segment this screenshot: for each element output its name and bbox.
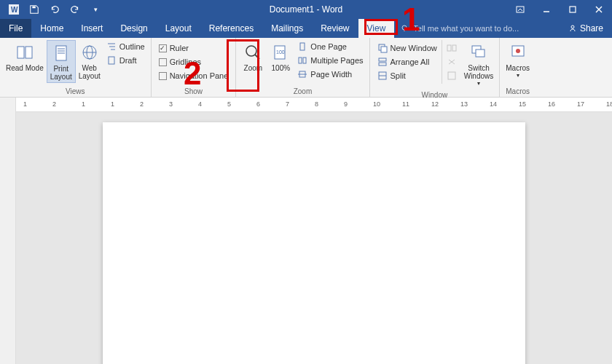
tell-me-search[interactable]: Tell me what you want to do... xyxy=(394,19,560,38)
ruler-tick: 6 xyxy=(256,100,260,108)
ruler-tick: 9 xyxy=(344,100,348,108)
share-label: Share xyxy=(580,23,603,33)
ruler-tick: 13 xyxy=(460,100,468,108)
minimize-button[interactable] xyxy=(533,0,560,19)
ribbon-display-options-icon[interactable] xyxy=(507,0,533,19)
ruler-tick: 15 xyxy=(519,100,526,108)
svg-rect-12 xyxy=(26,47,32,58)
zoom-100-button[interactable]: 100 100% xyxy=(267,40,294,74)
checkbox-icon xyxy=(159,58,167,66)
reset-position-icon xyxy=(447,71,457,81)
arrange-all-icon xyxy=(377,57,388,67)
word-app-icon[interactable]: W xyxy=(6,1,22,17)
svg-rect-39 xyxy=(447,45,451,51)
undo-icon[interactable] xyxy=(47,1,63,17)
sync-scroll-button[interactable] xyxy=(447,55,457,68)
share-button[interactable]: Share xyxy=(560,19,612,38)
macros-icon xyxy=(507,41,529,63)
svg-rect-43 xyxy=(476,50,484,57)
hruler: 12112345678910111213141516171819 xyxy=(16,98,612,112)
one-page-button[interactable]: One Page xyxy=(297,40,363,53)
group-views-label: Views xyxy=(0,87,151,97)
sync-scroll-icon xyxy=(447,57,457,67)
split-icon xyxy=(377,71,388,81)
tab-design[interactable]: Design xyxy=(111,19,156,38)
title-bar: W ▾ Document1 - Word xyxy=(0,0,612,19)
maximize-button[interactable] xyxy=(560,0,586,19)
tab-view[interactable]: View xyxy=(358,19,395,38)
svg-line-25 xyxy=(255,55,259,59)
horizontal-ruler[interactable]: 12112345678910111213141516171819 xyxy=(0,98,612,112)
print-layout-icon xyxy=(50,42,72,64)
gridlines-checkbox[interactable]: Gridlines xyxy=(159,55,229,68)
ruler-tick: 12 xyxy=(431,100,439,108)
vertical-ruler[interactable] xyxy=(0,112,16,364)
tab-review[interactable]: Review xyxy=(312,19,358,38)
ruler-tick: 1 xyxy=(23,100,27,108)
svg-rect-3 xyxy=(517,7,524,12)
print-layout-button[interactable]: Print Layout xyxy=(47,40,76,83)
document-area xyxy=(0,112,612,364)
page-width-icon xyxy=(297,69,307,79)
reset-position-button[interactable] xyxy=(447,69,457,82)
navigation-pane-checkbox[interactable]: Navigation Pane xyxy=(159,69,229,82)
zoom-button[interactable]: Zoom xyxy=(239,40,267,74)
save-icon[interactable] xyxy=(26,1,42,17)
draft-button[interactable]: Draft xyxy=(106,54,145,67)
tab-mailings[interactable]: Mailings xyxy=(262,19,312,38)
qat-customize-icon[interactable]: ▾ xyxy=(87,1,103,17)
tell-me-placeholder: Tell me what you want to do... xyxy=(413,24,519,33)
svg-rect-11 xyxy=(17,47,24,58)
svg-rect-29 xyxy=(299,58,302,63)
svg-text:100: 100 xyxy=(276,50,285,55)
document-page[interactable] xyxy=(103,122,525,364)
ruler-tick: 11 xyxy=(402,100,409,108)
ruler-tick: 2 xyxy=(140,100,144,108)
redo-icon[interactable] xyxy=(67,1,83,17)
arrange-all-button[interactable]: Arrange All xyxy=(377,55,437,68)
tab-home[interactable]: Home xyxy=(31,19,72,38)
split-button[interactable]: Split xyxy=(377,69,437,82)
macros-button[interactable]: Macros ▾ xyxy=(503,40,533,80)
group-views: Read Mode Print Layout Web Layout Outlin… xyxy=(0,38,152,97)
window-controls xyxy=(507,0,612,19)
switch-windows-button[interactable]: Switch Windows ▾ xyxy=(461,40,497,88)
page-width-button[interactable]: Page Width xyxy=(297,68,363,81)
zoom-icon xyxy=(242,41,264,63)
svg-rect-34 xyxy=(381,47,387,52)
group-macros: Macros ▾ Macros xyxy=(500,38,536,97)
ruler-tick: 3 xyxy=(169,100,173,108)
quick-access-toolbar: W ▾ xyxy=(0,1,109,17)
group-window: New Window Arrange All Split xyxy=(370,38,501,97)
multiple-pages-button[interactable]: Multiple Pages xyxy=(297,54,363,67)
page-surface[interactable] xyxy=(16,112,612,364)
svg-point-10 xyxy=(571,25,574,28)
new-window-icon xyxy=(377,43,388,53)
window-title: Document1 - Word xyxy=(270,4,342,15)
tab-layout[interactable]: Layout xyxy=(157,19,200,38)
ribbon: Read Mode Print Layout Web Layout Outlin… xyxy=(0,38,612,98)
ruler-tick: 16 xyxy=(548,100,555,108)
ruler-tick: 4 xyxy=(198,100,202,108)
ruler-tick: 5 xyxy=(227,100,231,108)
close-button[interactable] xyxy=(586,0,612,19)
web-layout-button[interactable]: Web Layout xyxy=(76,40,103,82)
ruler-tick: 10 xyxy=(373,100,380,108)
ruler-tick: 18 xyxy=(606,100,612,108)
svg-point-45 xyxy=(516,49,520,53)
svg-point-24 xyxy=(246,46,256,56)
tab-references[interactable]: References xyxy=(200,19,262,38)
read-mode-icon xyxy=(14,41,36,63)
tab-insert[interactable]: Insert xyxy=(72,19,111,38)
read-mode-button[interactable]: Read Mode xyxy=(3,40,47,74)
switch-windows-icon xyxy=(468,41,490,63)
svg-point-8 xyxy=(402,25,407,30)
group-zoom-label: Zoom xyxy=(236,87,369,97)
svg-rect-5 xyxy=(570,7,576,12)
new-window-button[interactable]: New Window xyxy=(377,41,437,55)
tab-file[interactable]: File xyxy=(0,19,31,38)
ruler-checkbox[interactable]: ✓ Ruler xyxy=(159,41,229,55)
view-side-by-side-button[interactable] xyxy=(447,41,457,55)
outline-button[interactable]: Outline xyxy=(106,40,145,53)
group-zoom: Zoom 100 100% One Page Multiple Pages xyxy=(236,38,369,97)
